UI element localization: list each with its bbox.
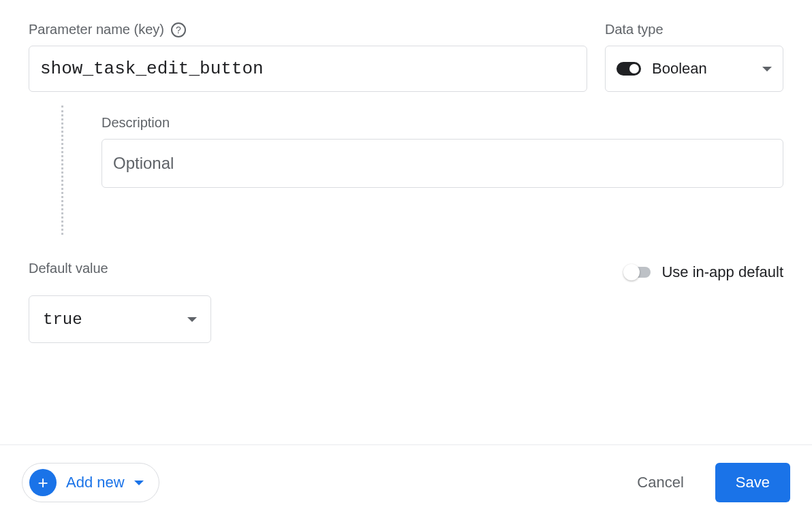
data-type-label: Data type xyxy=(605,22,783,37)
toggle-thumb xyxy=(623,264,640,280)
data-type-select[interactable]: Boolean xyxy=(605,46,783,92)
parameter-name-input[interactable] xyxy=(29,46,587,92)
description-input[interactable] xyxy=(102,139,783,188)
cancel-button[interactable]: Cancel xyxy=(625,466,696,500)
default-value-select[interactable]: true xyxy=(29,295,211,343)
tree-connector xyxy=(61,105,63,235)
footer-bar: + Add new Cancel Save xyxy=(0,444,812,520)
chevron-down-icon xyxy=(187,317,197,322)
default-value-label: Default value xyxy=(29,261,211,276)
save-button[interactable]: Save xyxy=(715,463,790,502)
data-type-selected-value: Boolean xyxy=(652,60,707,78)
parameter-name-label: Parameter name (key) ? xyxy=(29,22,587,37)
description-label: Description xyxy=(102,115,783,131)
add-new-button[interactable]: + Add new xyxy=(22,463,159,502)
boolean-icon xyxy=(616,62,641,76)
in-app-default-toggle[interactable] xyxy=(625,267,651,278)
in-app-default-label: Use in-app default xyxy=(661,263,783,281)
add-new-label: Add new xyxy=(66,474,125,491)
plus-icon: + xyxy=(29,469,57,496)
chevron-down-icon xyxy=(134,481,144,485)
default-value-selected: true xyxy=(43,310,82,329)
help-icon[interactable]: ? xyxy=(171,22,186,37)
chevron-down-icon xyxy=(762,67,772,71)
parameter-name-label-text: Parameter name (key) xyxy=(29,22,164,37)
